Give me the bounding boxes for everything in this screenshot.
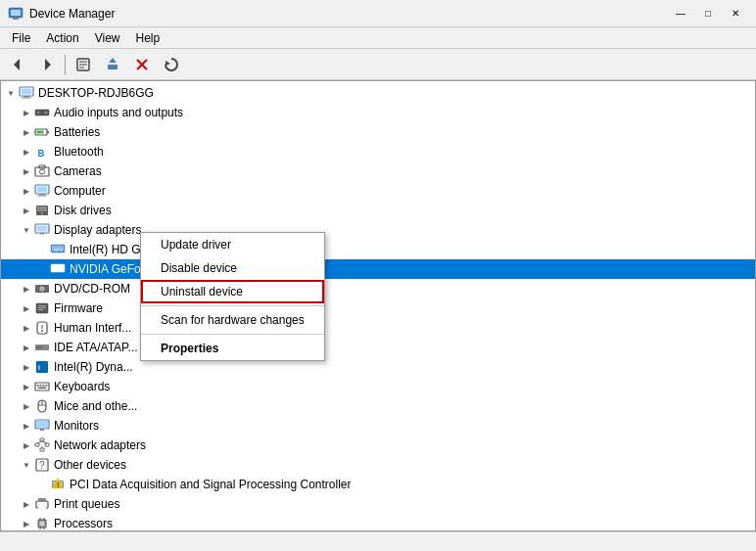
tree-expander[interactable]: ▶	[19, 300, 34, 316]
tree-expander[interactable]: ▶	[19, 183, 34, 199]
computer-icon	[19, 85, 34, 101]
tree-expander[interactable]: ▶	[19, 418, 34, 434]
tree-expander[interactable]: ▶	[19, 516, 34, 530]
tree-item-label: Display adapters	[54, 223, 141, 237]
tree-item-label: Intel(R) Dyna...	[54, 360, 133, 374]
svg-point-26	[40, 169, 45, 174]
svg-rect-29	[37, 187, 47, 193]
tree-expander[interactable]: ▶	[19, 398, 34, 414]
update-driver-button[interactable]	[99, 52, 126, 77]
tree-item-inteldyna[interactable]: ▶iIntel(R) Dyna...	[1, 357, 755, 377]
svg-rect-73	[35, 443, 39, 446]
back-button[interactable]	[4, 52, 31, 77]
window-title: Device Manager	[29, 7, 668, 21]
tree-expander[interactable]: ▶	[19, 340, 34, 355]
tree-item-batteries[interactable]: ▶Batteries	[1, 122, 755, 142]
tree-expander[interactable]: ▶	[19, 105, 34, 120]
svg-rect-61	[37, 385, 39, 387]
svg-rect-36	[37, 226, 48, 232]
tree-expander[interactable]: ▶	[19, 144, 34, 160]
context-menu-item-uninstall-device[interactable]: Uninstall device	[141, 280, 324, 303]
tree-item-firmware[interactable]: ▶Firmware	[1, 298, 755, 318]
tree-expander[interactable]: ▶	[19, 437, 34, 453]
tree-item-diskdrives[interactable]: ▶Disk drives	[1, 201, 755, 220]
tree-item-otherdevices[interactable]: ▼?Other devices	[1, 455, 755, 475]
tree-expander[interactable]: ▶	[19, 124, 34, 140]
forward-button[interactable]	[33, 52, 61, 77]
tree-expander[interactable]: ▼	[19, 457, 34, 473]
processor-icon	[34, 516, 50, 530]
tree-item-miceother[interactable]: ▶Mice and othe...	[1, 396, 755, 416]
tree-item-keyboards[interactable]: ▶Keyboards	[1, 377, 755, 396]
tree-item-humaninterface[interactable]: ▶Human Interf...	[1, 318, 755, 338]
svg-line-75	[37, 441, 42, 443]
tree-expander[interactable]: ▶	[19, 281, 34, 297]
tree-expander[interactable]: ▶	[19, 320, 34, 336]
tree-item-displayadapters[interactable]: ▼Display adapters	[1, 220, 755, 240]
tree-item-label: DVD/CD-ROM	[54, 282, 130, 296]
maximize-button[interactable]: □	[695, 4, 721, 23]
tree-item-root[interactable]: ▼DESKTOP-RDJB6GG	[1, 83, 755, 103]
tree-item-networkadapters[interactable]: ▶Network adapters	[1, 436, 755, 455]
menu-file[interactable]: File	[4, 29, 38, 47]
app-icon	[8, 6, 24, 22]
tree-item-bluetooth[interactable]: ▶ʙBluetooth	[1, 142, 755, 161]
svg-rect-87	[38, 505, 46, 509]
svg-text:i: i	[38, 364, 40, 371]
properties-button[interactable]	[70, 52, 97, 77]
svg-text:ʙ: ʙ	[37, 145, 45, 160]
context-menu-item-properties[interactable]: Properties	[141, 337, 324, 360]
battery-icon	[34, 124, 50, 140]
tree-item-label: Keyboards	[54, 380, 110, 393]
tree-item-label: Print queues	[54, 497, 119, 511]
context-menu-item-scan-hardware[interactable]: Scan for hardware changes	[141, 308, 324, 332]
toolbar	[0, 49, 756, 80]
title-bar: Device Manager — □ ✕	[0, 0, 756, 27]
audio-icon	[34, 105, 50, 120]
tree-item-label: Other devices	[54, 458, 126, 472]
display-device-icon: GPU	[50, 242, 66, 257]
tree-item-processors[interactable]: ▶Processors	[1, 514, 755, 530]
tree-expander[interactable]: ▼	[19, 222, 34, 238]
menu-view[interactable]: View	[87, 29, 128, 47]
svg-rect-60	[35, 383, 49, 390]
svg-rect-31	[37, 196, 47, 197]
tree-expander[interactable]: ▶	[19, 163, 34, 179]
pci-warning-icon: !	[50, 477, 66, 492]
context-menu-item-update-driver[interactable]: Update driver	[141, 233, 324, 256]
tree-item-label: Firmware	[54, 301, 103, 315]
other-icon: ?	[34, 457, 50, 473]
svg-rect-9	[108, 65, 118, 69]
tree-expander[interactable]: ▶	[19, 359, 34, 375]
scan-button[interactable]	[158, 52, 185, 77]
svg-rect-30	[39, 194, 45, 196]
tree-view[interactable]: ▼DESKTOP-RDJB6GG▶Audio inputs and output…	[1, 81, 755, 530]
tree-expander[interactable]: ▼	[3, 85, 19, 101]
monitor-icon	[34, 418, 50, 434]
tree-item-nvidia[interactable]: GPUNVIDIA GeForce 940M	[1, 259, 755, 279]
context-menu-item-disable-device[interactable]: Disable device	[141, 256, 324, 280]
tree-item-computer[interactable]: ▶Computer	[1, 181, 755, 201]
minimize-button[interactable]: —	[668, 4, 693, 23]
tree-item-ideata[interactable]: ▶IDE ATA/ATAP...	[1, 338, 755, 357]
tree-item-intelhd[interactable]: GPUIntel(R) HD Graphics 520	[1, 240, 755, 259]
tree-expander[interactable]: ▶	[19, 496, 34, 512]
camera-icon	[34, 163, 50, 179]
menu-action[interactable]: Action	[38, 29, 86, 47]
tree-item-dvdcdrom[interactable]: ▶DVD/CD-ROM	[1, 279, 755, 298]
svg-rect-65	[38, 388, 46, 390]
tree-item-pcidata[interactable]: !PCI Data Acquisition and Signal Process…	[1, 475, 755, 494]
svg-marker-13	[165, 61, 170, 66]
close-button[interactable]: ✕	[723, 4, 748, 23]
menu-help[interactable]: Help	[128, 29, 168, 47]
tree-item-audio[interactable]: ▶Audio inputs and outputs	[1, 103, 755, 122]
network-icon	[34, 437, 50, 453]
tree-item-monitors[interactable]: ▶Monitors	[1, 416, 755, 436]
tree-expander[interactable]: ▶	[19, 203, 34, 218]
tree-item-printqueues[interactable]: ▶Print queues	[1, 494, 755, 514]
tree-item-label: IDE ATA/ATAP...	[54, 341, 138, 354]
svg-rect-70	[36, 421, 48, 428]
tree-expander[interactable]: ▶	[19, 379, 34, 394]
tree-item-cameras[interactable]: ▶Cameras	[1, 161, 755, 181]
uninstall-button[interactable]	[128, 52, 156, 77]
